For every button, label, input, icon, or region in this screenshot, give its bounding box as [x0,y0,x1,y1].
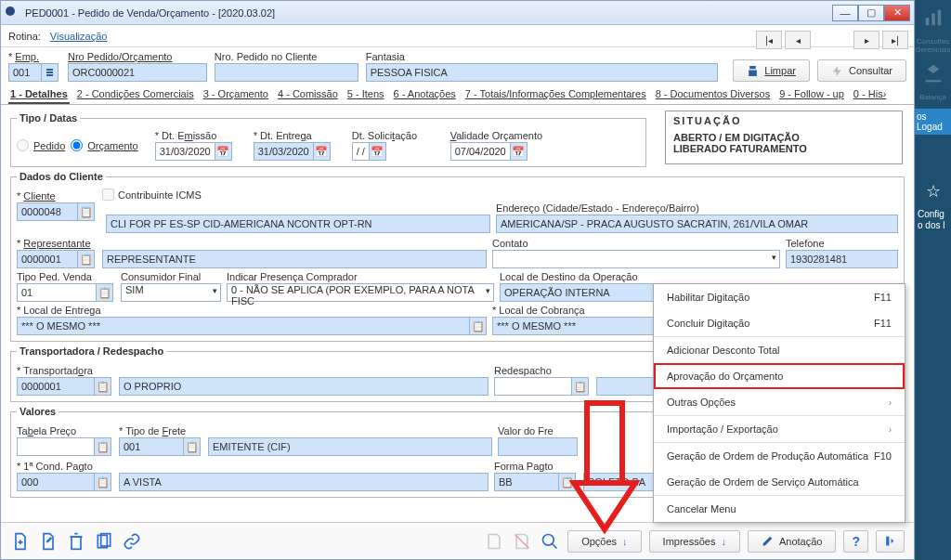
nro-cliente-input[interactable] [215,63,358,82]
fantasia-input[interactable]: PESSOA FISICA [366,63,719,82]
link-icon[interactable] [122,531,142,552]
endereco-input[interactable]: AMERICANA/SP - PRACA AUGUSTO SACRATIN, 2… [496,215,898,233]
menu-desconto[interactable]: Adicionar Desconto Total [654,337,905,363]
lookup-icon[interactable]: 📋 [470,317,487,335]
lookup-icon[interactable]: 📋 [95,377,111,396]
dt-entrega-input[interactable]: 31/03/2020 [254,142,314,161]
star-icon[interactable]: ☆ [926,181,941,202]
cliente-code-input[interactable]: 0000048 [17,202,78,221]
tab-followup[interactable]: 9 - Follow - up [777,85,846,104]
calendar-icon[interactable]: 📅 [511,142,528,161]
label-logado[interactable]: os Logad [915,109,951,135]
cond-pagto-code-input[interactable]: 000 [17,473,95,491]
nro-cliente-label: Nro. Pedido no Cliente [215,51,358,62]
tab-historico[interactable]: 0 - His› [852,85,888,104]
nro-pedido-label: Nro Pedido/Orçamento [68,51,173,62]
consultar-button[interactable]: Consultar [817,59,906,82]
presenca-select[interactable]: 0 - NÃO SE APLICA (POR EXEMPLO, PARA A N… [227,283,494,302]
tab-orcamento[interactable]: 3 - Orçamento [202,85,270,104]
anotacao-button[interactable]: Anotação [748,530,836,553]
window-title: PED0001 - Pedido de Venda/Orçamento - [2… [25,7,832,19]
save-cancel-icon[interactable] [512,531,532,552]
exit-button[interactable] [876,530,905,553]
nav-next[interactable]: ▸ [853,31,879,49]
help-button[interactable]: ? [843,530,868,553]
lookup-icon[interactable]: 📋 [184,437,201,456]
trans-nome-input[interactable]: O PROPRIO [119,377,489,396]
valor-frete-input[interactable] [498,437,578,456]
tab-anotacoes[interactable]: 6 - Anotações [392,85,458,104]
forma-pagto-nome-input[interactable]: BOLETO BA [583,473,658,491]
calendar-icon[interactable]: 📅 [370,142,386,161]
search-icon[interactable] [540,531,560,552]
routine-link[interactable]: Visualização [50,31,108,42]
nro-pedido-input[interactable]: ORC0000021 [68,63,207,82]
copy-icon[interactable] [94,531,114,552]
tabela-input[interactable] [17,437,95,456]
lookup-icon[interactable]: 📋 [572,377,589,396]
nav-last[interactable]: ▸| [882,31,908,49]
menu-cancelar[interactable]: Cancelar Menu [654,496,905,522]
redespacho-code-input[interactable] [494,377,572,396]
save-icon[interactable] [484,531,504,552]
impressoes-button[interactable]: Impressões↓ [649,530,740,553]
close-button[interactable]: ✕ [884,5,910,21]
menu-ger-serv[interactable]: Geração de Ordem de Serviço Automática [654,469,905,495]
tipo-datas-legend: Tipo / Datas [17,112,80,124]
menu-concluir[interactable]: Concluir DigitaçãoF11 [654,310,905,336]
calendar-icon[interactable]: 📅 [314,142,331,161]
lookup-icon[interactable]: 📋 [95,437,111,456]
validade-input[interactable]: 07/04/2020 [450,142,511,161]
radio-orcamento[interactable] [71,139,83,151]
menu-outras[interactable]: Outras Opções› [654,389,905,415]
emp-lookup-icon[interactable] [42,63,59,82]
local-entrega-input[interactable]: *** O MESMO *** [17,317,470,335]
edit-icon[interactable] [38,531,59,552]
menu-aprovacao[interactable]: Aprovação do Orçamento [654,363,905,389]
rep-nome-input[interactable]: REPRESENTANTE [102,250,487,268]
tipo-frete-nome-input[interactable]: EMITENTE (CIF) [208,437,492,456]
lookup-icon[interactable]: 📋 [78,202,95,221]
lookup-icon[interactable]: 📋 [78,250,95,268]
tab-comissao[interactable]: 4 - Comissão [276,85,340,104]
nav-first[interactable]: |◂ [756,31,782,49]
contato-select[interactable] [492,250,780,268]
limpar-button[interactable]: Limpar [733,59,810,82]
tab-totais[interactable]: 7 - Totais/Informações Complementares [463,85,648,104]
menu-habilitar[interactable]: Habilitar DigitaçãoF11 [654,284,905,310]
dt-emissao-input[interactable]: 31/03/2020 [155,142,215,161]
chart-icon[interactable] [921,6,945,30]
svg-point-7 [543,534,554,545]
calendar-icon[interactable]: 📅 [215,142,232,161]
tab-condicoes[interactable]: 2 - Condições Comerciais [75,85,196,104]
tipo-frete-code-input[interactable]: 001 [119,437,184,456]
nav-prev[interactable]: ◂ [785,31,811,49]
maximize-button[interactable]: ▢ [858,5,884,21]
lookup-icon[interactable]: 📋 [95,473,111,491]
new-icon[interactable] [10,531,31,552]
tab-detalhes[interactable]: 1 - Detalhes [8,85,70,104]
menu-ger-prod[interactable]: Geração de Ordem de Produção AutomáticaF… [654,443,905,469]
delete-icon[interactable] [66,531,86,552]
minimize-button[interactable]: — [832,5,858,21]
trans-code-input[interactable]: 0000001 [17,377,95,396]
cons-final-select[interactable]: SIM [121,283,221,302]
cond-pagto-nome-input[interactable]: A VISTA [119,473,489,491]
forma-pagto-code-input[interactable]: BB [494,473,559,491]
dt-solicitacao-input[interactable]: / / [352,142,370,161]
tab-itens[interactable]: 5 - Itens [345,85,386,104]
telefone-input[interactable]: 1930281481 [786,250,898,268]
trans-label: Transportadora [23,365,93,376]
fantasia-label: Fantasia [366,51,719,62]
opcoes-button[interactable]: Opções↓ [567,530,641,553]
tab-documentos[interactable]: 8 - Documentos Diversos [654,85,773,104]
lookup-icon[interactable]: 📋 [559,473,576,491]
rep-code-input[interactable]: 0000001 [17,250,78,268]
menu-importacao[interactable]: Importação / Exportação› [654,416,905,442]
tipo-ped-input[interactable]: 01 [17,283,97,302]
emp-input[interactable]: 001 [8,63,42,82]
scale-icon[interactable] [921,61,945,85]
cliente-nome-input[interactable]: CLI FOR PF ES-SP CID-AMERICANA NCONTR OP… [106,215,490,233]
label-config[interactable]: Config o dos l [915,209,951,231]
lookup-icon[interactable]: 📋 [97,283,113,302]
